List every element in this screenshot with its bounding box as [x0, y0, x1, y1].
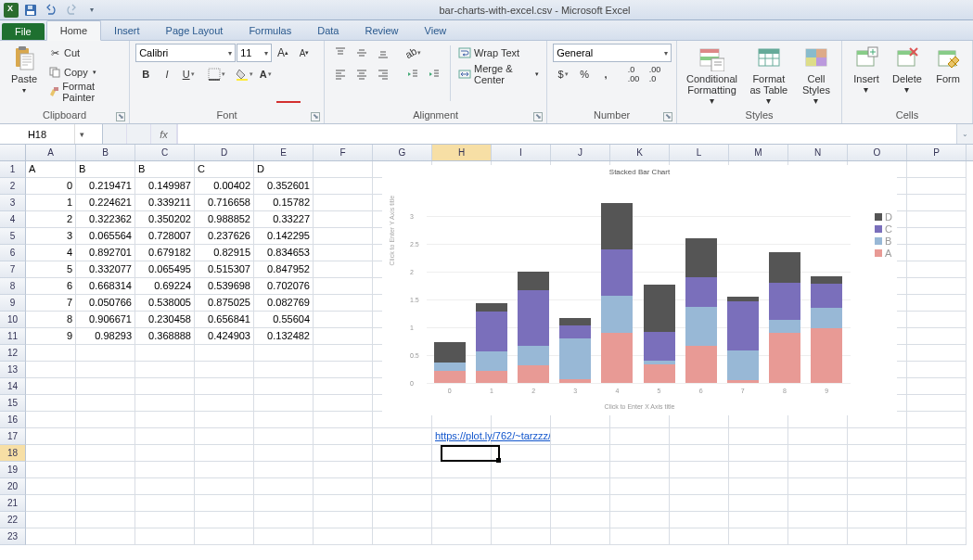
- cell[interactable]: [314, 428, 373, 445]
- copy-button[interactable]: Copy ▾: [46, 63, 123, 82]
- undo-icon[interactable]: [43, 2, 59, 19]
- cell[interactable]: 0.352601: [254, 178, 314, 195]
- cell[interactable]: [135, 445, 195, 462]
- currency-button[interactable]: $▾: [553, 65, 573, 83]
- increase-font-button[interactable]: A▴: [273, 44, 293, 62]
- cell[interactable]: 0.988852: [195, 211, 254, 228]
- col-header-N[interactable]: N: [788, 145, 848, 160]
- align-top-button[interactable]: [330, 44, 351, 62]
- font-dialog-launcher[interactable]: ⬊: [311, 112, 320, 121]
- cell[interactable]: [195, 395, 254, 412]
- cell[interactable]: 4: [26, 245, 76, 261]
- cell[interactable]: 3: [26, 228, 76, 245]
- cell[interactable]: [492, 445, 551, 462]
- tab-view[interactable]: View: [412, 21, 460, 40]
- cell[interactable]: [610, 428, 670, 445]
- cell[interactable]: A: [26, 161, 76, 178]
- cell[interactable]: 0.149987: [135, 178, 195, 195]
- row-header-14[interactable]: 14: [0, 378, 26, 395]
- format-cells-button[interactable]: Form: [929, 44, 967, 86]
- cell[interactable]: [788, 495, 848, 512]
- cell[interactable]: 0.322362: [76, 211, 135, 228]
- align-bottom-button[interactable]: [373, 44, 393, 62]
- cell[interactable]: [492, 462, 551, 478]
- cell[interactable]: 0.892701: [76, 245, 135, 261]
- cell[interactable]: 0.15782: [254, 195, 314, 211]
- tab-formulas[interactable]: Formulas: [236, 21, 304, 40]
- cell[interactable]: [492, 528, 551, 545]
- cell[interactable]: 0.69224: [135, 278, 195, 295]
- cell[interactable]: [254, 478, 314, 495]
- cell[interactable]: [907, 295, 967, 312]
- col-header-P[interactable]: P: [907, 145, 967, 160]
- cell[interactable]: [788, 462, 848, 478]
- cell[interactable]: [76, 378, 135, 395]
- cell[interactable]: [195, 428, 254, 445]
- cell[interactable]: 5: [26, 261, 76, 278]
- cell[interactable]: [314, 512, 373, 528]
- cell[interactable]: 9: [26, 328, 76, 345]
- cell[interactable]: [729, 428, 788, 445]
- cell[interactable]: [729, 495, 788, 512]
- cell[interactable]: 0.728007: [135, 228, 195, 245]
- cell[interactable]: [254, 412, 314, 428]
- format-as-table-button[interactable]: Formatas Table ▾: [745, 44, 793, 108]
- cell[interactable]: [670, 462, 729, 478]
- cell[interactable]: [848, 445, 907, 462]
- cell[interactable]: [907, 261, 967, 278]
- col-header-C[interactable]: C: [135, 145, 195, 160]
- cell[interactable]: 8: [26, 312, 76, 328]
- cell[interactable]: [373, 462, 432, 478]
- cell[interactable]: [729, 528, 788, 545]
- bold-button[interactable]: B: [135, 65, 156, 83]
- cell[interactable]: [254, 362, 314, 378]
- cell[interactable]: [432, 445, 492, 462]
- cut-button[interactable]: ✂Cut: [46, 44, 123, 62]
- tab-page-layout[interactable]: Page Layout: [153, 21, 237, 40]
- cell[interactable]: [314, 362, 373, 378]
- cell[interactable]: 0.33227: [254, 211, 314, 228]
- cell[interactable]: [76, 445, 135, 462]
- spreadsheet-grid[interactable]: ABCDEFGHIJKLMNOP 1ABBCD200.2194710.14998…: [0, 145, 973, 559]
- cell[interactable]: [432, 495, 492, 512]
- cell[interactable]: [314, 278, 373, 295]
- cell[interactable]: [254, 445, 314, 462]
- cell[interactable]: [26, 362, 76, 378]
- cell[interactable]: [373, 512, 432, 528]
- row-header-5[interactable]: 5: [0, 228, 26, 245]
- cell[interactable]: [135, 428, 195, 445]
- name-box[interactable]: ▾: [0, 124, 103, 144]
- cell[interactable]: [907, 362, 967, 378]
- cell[interactable]: [551, 512, 610, 528]
- cell[interactable]: 6: [26, 278, 76, 295]
- row-header-15[interactable]: 15: [0, 395, 26, 412]
- cell[interactable]: [788, 428, 848, 445]
- row-header-12[interactable]: 12: [0, 345, 26, 362]
- cell[interactable]: [76, 412, 135, 428]
- cell[interactable]: [907, 195, 967, 211]
- cell[interactable]: [907, 312, 967, 328]
- cell[interactable]: [254, 378, 314, 395]
- cell[interactable]: [76, 512, 135, 528]
- cell[interactable]: [670, 478, 729, 495]
- cell[interactable]: 0.55604: [254, 312, 314, 328]
- cell[interactable]: C: [195, 161, 254, 178]
- increase-indent-button[interactable]: [424, 65, 444, 83]
- cell[interactable]: [492, 478, 551, 495]
- cell[interactable]: [907, 495, 967, 512]
- cell[interactable]: [670, 445, 729, 462]
- cell[interactable]: 0.350202: [135, 211, 195, 228]
- row-header-21[interactable]: 21: [0, 495, 26, 512]
- cell[interactable]: 0.98293: [76, 328, 135, 345]
- cell[interactable]: [195, 412, 254, 428]
- col-header-M[interactable]: M: [729, 145, 788, 160]
- cell[interactable]: 1: [26, 195, 76, 211]
- row-header-7[interactable]: 7: [0, 261, 26, 278]
- cell[interactable]: 0.230458: [135, 312, 195, 328]
- cell[interactable]: [254, 395, 314, 412]
- row-header-2[interactable]: 2: [0, 178, 26, 195]
- cell[interactable]: [907, 528, 967, 545]
- tab-data[interactable]: Data: [304, 21, 352, 40]
- select-all-corner[interactable]: [0, 145, 26, 160]
- cell[interactable]: [314, 312, 373, 328]
